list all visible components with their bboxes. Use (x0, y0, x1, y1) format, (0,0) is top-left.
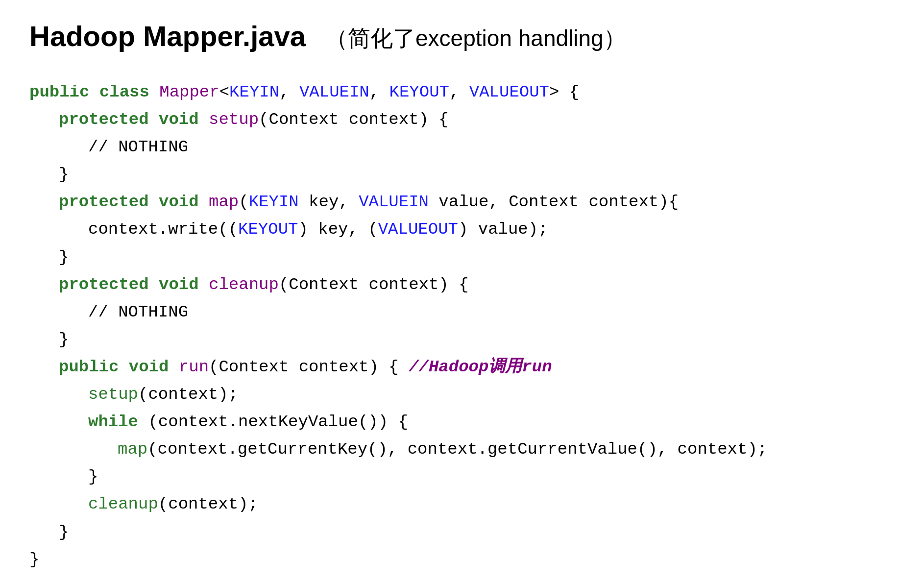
code-line-8: protected void cleanup(Context context) … (29, 271, 895, 298)
code-line-3: // NOTHING (29, 133, 895, 161)
code-line-15: } (29, 463, 895, 490)
code-line-17: } (29, 518, 895, 546)
page-title-main: Hadoop Mapper.java (29, 20, 306, 52)
code-line-14: map(context.getCurrentKey(), context.get… (29, 436, 895, 463)
code-line-7: } (29, 243, 895, 271)
code-line-11: public void run(Context context) { //Had… (29, 353, 895, 381)
code-line-1: public class Mapper<KEYIN, VALUEIN, KEYO… (29, 78, 895, 106)
code-line-2: protected void setup(Context context) { (29, 106, 895, 133)
code-line-5: protected void map(KEYIN key, VALUEIN va… (29, 188, 895, 216)
code-line-16: cleanup(context); (29, 490, 895, 518)
code-block: public class Mapper<KEYIN, VALUEIN, KEYO… (29, 78, 895, 573)
code-line-6: context.write((KEYOUT) key, (VALUEOUT) v… (29, 216, 895, 243)
code-line-10: } (29, 326, 895, 353)
code-line-9: // NOTHING (29, 298, 895, 326)
page-header: Hadoop Mapper.java （简化了exception handlin… (29, 20, 895, 54)
code-line-13: while (context.nextKeyValue()) { (29, 408, 895, 436)
page-title-sub: （简化了exception handling） (325, 24, 626, 54)
code-line-12: setup(context); (29, 381, 895, 408)
code-line-18: } (29, 546, 895, 573)
code-line-4: } (29, 161, 895, 188)
